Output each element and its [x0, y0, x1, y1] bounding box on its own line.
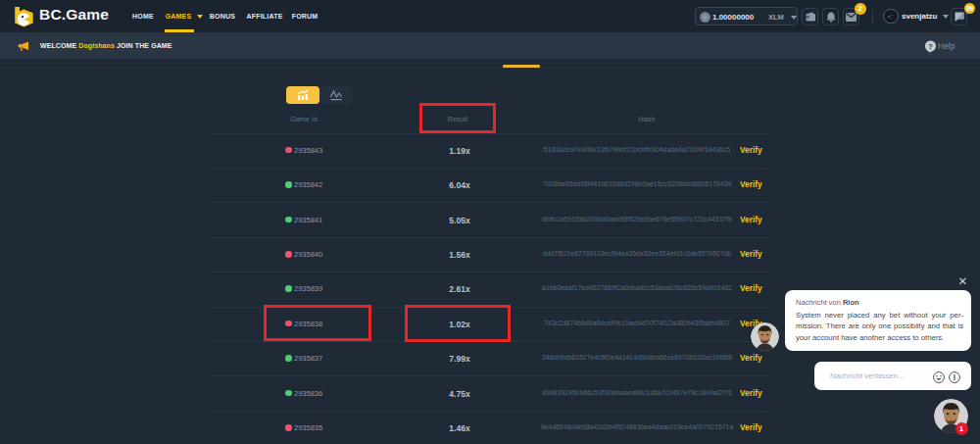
- svg-text:?: ?: [928, 42, 933, 51]
